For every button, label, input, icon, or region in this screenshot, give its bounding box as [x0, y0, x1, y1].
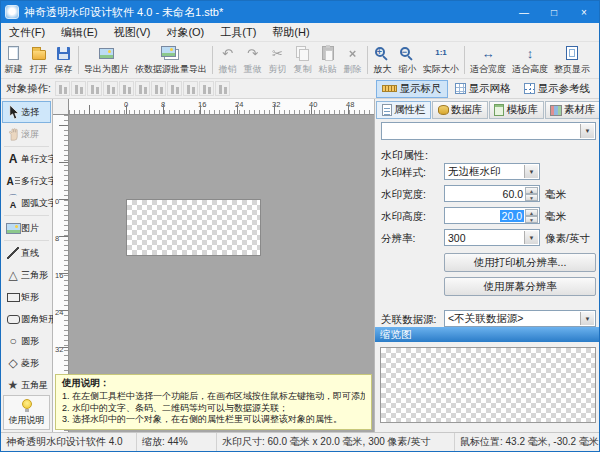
new-button[interactable]: 新建 — [1, 43, 26, 78]
star-icon: ★ — [5, 377, 21, 393]
spin-down-icon[interactable]: ▼ — [525, 194, 538, 201]
arc-text-icon: ⌒ A — [5, 195, 21, 211]
tool-star[interactable]: ★ 五角星 — [2, 374, 51, 396]
tab-templates[interactable]: 模板库 — [489, 101, 544, 119]
menu-tools[interactable]: 工具(T) — [212, 23, 264, 42]
menu-edit[interactable]: 编辑(E) — [53, 23, 106, 42]
instructions-box: 使用说明： 1. 在左侧工具栏中选择一个功能后，在画布区域按住鼠标左键拖动，即可… — [55, 374, 372, 430]
fit-height-button[interactable]: ↕ 适合高度 — [509, 43, 551, 78]
tool-single-text[interactable]: A 单行文字 — [2, 148, 51, 170]
align-center-h-icon[interactable] — [71, 81, 86, 96]
toolbar-separator — [212, 46, 213, 74]
dpi-select[interactable]: 300 ▼ — [444, 229, 540, 246]
menu-file[interactable]: 文件(F) — [1, 23, 53, 42]
object-ops-label: 对象操作: — [6, 82, 51, 96]
minimize-button[interactable]: — — [509, 1, 539, 23]
tool-pan[interactable]: 滚屏 — [2, 123, 51, 145]
tool-image[interactable]: 图片 — [2, 217, 51, 239]
tool-round-rect[interactable]: 圆角矩形 — [2, 308, 51, 330]
new-label: 新建 — [5, 63, 23, 76]
main-toolbar: 新建 打开 保存 导出为图片 依数据源批量导出 ↶ 撤销 ↷ 重做 ✂ — [1, 42, 599, 79]
spin-down-icon[interactable]: ▼ — [525, 216, 538, 223]
printer-dpi-button[interactable]: 使用打印机分辨率... — [444, 253, 596, 272]
dropdown-arrow-icon[interactable]: ▼ — [580, 124, 594, 138]
close-button[interactable]: × — [569, 1, 599, 23]
tool-line[interactable]: 直线 — [2, 242, 51, 264]
thumbnail-preview — [380, 347, 596, 423]
thumbnail-header: 缩览图 — [375, 327, 600, 342]
zoom-in-icon — [374, 45, 392, 62]
h-ruler-number: 24 — [235, 100, 243, 109]
dropdown-arrow-icon[interactable]: ▼ — [580, 312, 594, 325]
ruler-corner — [53, 99, 69, 115]
tool-diamond[interactable]: ◇ 菱形 — [2, 352, 51, 374]
save-button[interactable]: 保存 — [51, 43, 76, 78]
fit-width-button[interactable]: ↔ 适合宽度 — [467, 43, 509, 78]
maximize-button[interactable]: □ — [539, 1, 569, 23]
datasource-select[interactable]: <不关联数据源> ▼ — [444, 310, 596, 327]
dropdown-arrow-icon[interactable]: ▼ — [524, 231, 538, 244]
batch-export-button[interactable]: 依数据源批量导出 — [132, 43, 210, 78]
redo-button[interactable]: ↷ 重做 — [240, 43, 265, 78]
open-button[interactable]: 打开 — [26, 43, 51, 78]
window-title: 神奇透明水印设计软件 4.0 - 未命名1.stb* — [24, 5, 509, 20]
zoom-out-button[interactable]: 缩小 — [395, 43, 420, 78]
lightbulb-icon — [22, 399, 32, 409]
tool-triangle[interactable]: △ 三角形 — [2, 264, 51, 286]
multiline-text-letter: A — [6, 176, 13, 187]
width-input[interactable]: 60.0 ▲ ▼ — [444, 185, 540, 202]
export-image-button[interactable]: 导出为图片 — [81, 43, 132, 78]
style-select[interactable]: 无边框水印 ▼ — [444, 163, 540, 180]
fit-page-button[interactable]: 整页显示 — [551, 43, 593, 78]
tool-select[interactable]: 选择 — [2, 101, 51, 123]
spin-up-icon[interactable]: ▲ — [525, 209, 538, 216]
undo-button[interactable]: ↶ 撤销 — [215, 43, 240, 78]
tab-properties[interactable]: 属性栏 — [376, 101, 431, 119]
status-mouse-position: 鼠标位置: 43.2 毫米, -30.2 毫米 — [455, 433, 599, 451]
triangle-icon: △ — [5, 267, 21, 283]
tab-database[interactable]: 数据库 — [432, 101, 487, 119]
object-selector[interactable]: ▼ — [381, 122, 596, 140]
align-left-icon[interactable] — [55, 81, 70, 96]
spin-up-icon[interactable]: ▲ — [525, 187, 538, 194]
align-middle-icon[interactable] — [119, 81, 134, 96]
palette-separator — [4, 146, 49, 147]
equal-size-icon[interactable] — [183, 81, 198, 96]
menu-view[interactable]: 视图(V) — [106, 23, 159, 42]
to-back-icon[interactable] — [215, 81, 230, 96]
actual-size-button[interactable]: 1:1 实际大小 — [420, 43, 462, 78]
show-grid-toggle[interactable]: 显示网格 — [449, 80, 517, 98]
show-ruler-toggle[interactable]: 显示标尺 — [376, 80, 448, 98]
dropdown-arrow-icon[interactable]: ▼ — [524, 165, 538, 178]
to-front-icon[interactable] — [199, 81, 214, 96]
align-right-icon[interactable] — [87, 81, 102, 96]
menu-object[interactable]: 对象(O) — [158, 23, 212, 42]
align-bottom-icon[interactable] — [135, 81, 150, 96]
v-ruler-number: 0 — [55, 197, 59, 206]
tool-rect[interactable]: 矩形 — [2, 286, 51, 308]
help-button[interactable]: 使用说明 — [3, 395, 50, 430]
datasource-value: <不关联数据源> — [448, 312, 523, 326]
cut-button[interactable]: ✂ 剪切 — [265, 43, 290, 78]
h-ruler-number: 40 — [309, 100, 317, 109]
screen-dpi-button[interactable]: 使用屏幕分辨率 — [444, 277, 596, 296]
align-top-icon[interactable] — [103, 81, 118, 96]
watermark-canvas[interactable] — [126, 199, 261, 256]
menu-help[interactable]: 帮助(H) — [264, 23, 317, 42]
app-window: 神奇透明水印设计软件 4.0 - 未命名1.stb* — □ × 文件(F) 编… — [0, 0, 600, 452]
paste-clipboard-icon — [319, 45, 337, 62]
show-guides-toggle[interactable]: 显示参考线 — [518, 80, 597, 98]
tool-arc-text[interactable]: ⌒ A 圆弧文字 — [2, 192, 51, 214]
tab-properties-label: 属性栏 — [394, 103, 426, 117]
tool-multi-text[interactable]: A 多行文字 — [2, 170, 51, 192]
height-input[interactable]: 20.0 ▲ ▼ — [444, 207, 540, 224]
tool-image-label: 图片 — [21, 222, 39, 235]
equal-width-icon[interactable] — [151, 81, 166, 96]
equal-height-icon[interactable] — [167, 81, 182, 96]
copy-button[interactable]: 复制 — [290, 43, 315, 78]
paste-button[interactable]: 粘贴 — [315, 43, 340, 78]
delete-button[interactable]: × 删除 — [340, 43, 365, 78]
tab-materials[interactable]: 素材库 — [545, 101, 600, 119]
zoom-in-button[interactable]: 放大 — [370, 43, 395, 78]
tool-circle[interactable]: ○ 圆形 — [2, 330, 51, 352]
